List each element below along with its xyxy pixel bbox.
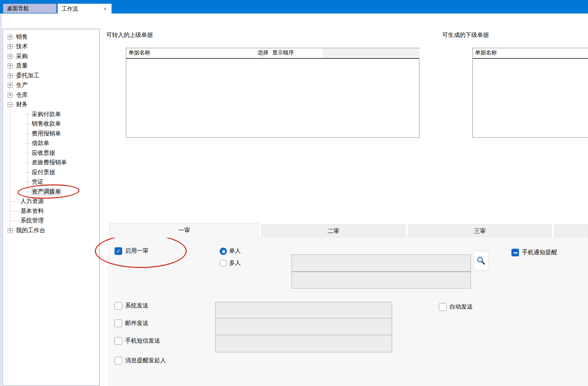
generated-docs-table[interactable]: 单据名称 [472, 48, 588, 138]
header-filler [322, 48, 419, 58]
expand-icon[interactable]: + [8, 64, 12, 68]
tree-connector [11, 201, 19, 202]
tree-connector [12, 56, 15, 57]
tab-second-audit[interactable]: 二审 [261, 224, 406, 238]
tree-item-label: 借款单 [31, 139, 50, 148]
col-select: 选择 [258, 49, 268, 56]
tree-connector [25, 172, 31, 173]
notify-initiator-label: 消息提醒发起人 [125, 357, 166, 364]
phone-notify-checkbox[interactable] [511, 249, 519, 256]
auto-send-row: 自动发送 [439, 303, 473, 311]
tree-item[interactable]: 基本资料 [3, 206, 99, 216]
email-send-checkbox[interactable] [115, 320, 122, 327]
col-doc-name: 单据名称 [475, 49, 497, 56]
single-person-row: 单人 [220, 247, 241, 255]
sms-send-row: 手机短信发送 [115, 337, 160, 345]
system-send-field[interactable] [215, 302, 392, 318]
tree-item-label: 费用报销单 [31, 130, 62, 138]
tree-item[interactable]: +我的工作台 [3, 226, 99, 236]
tree-item-label: 基本资料 [19, 207, 45, 215]
sms-send-checkbox[interactable] [115, 337, 122, 345]
tab-desktop-nav-label: 桌面导航 [7, 5, 29, 12]
search-button[interactable] [473, 251, 489, 271]
col-doc-name: 单据名称 [128, 49, 150, 56]
tree-item[interactable]: −财务 [3, 100, 99, 110]
tree-item-label: 委托加工 [15, 72, 40, 80]
annotation-ellipse-enable [95, 234, 187, 268]
tree-item[interactable]: +销售 [3, 32, 99, 42]
upper-table-header: 单据名称 选择 显示顺序 [126, 48, 419, 58]
tree-connector [25, 182, 31, 182]
tree-connector [12, 85, 15, 85]
expand-icon[interactable]: + [8, 93, 12, 98]
notify-initiator-row: 消息提醒发起人 [115, 357, 166, 364]
phone-notify-label: 手机通知提醒 [522, 249, 557, 256]
tree-connector [25, 134, 31, 134]
tree-item[interactable]: 采购付款单 [3, 110, 99, 119]
tree-item-label: 仓库 [15, 91, 29, 99]
tree-item[interactable]: 费用报销单 [3, 129, 99, 139]
tab-second-audit-label: 二审 [328, 228, 339, 235]
system-send-row: 系统发送 [115, 302, 148, 310]
tab-first-audit[interactable]: 一审 [109, 223, 259, 238]
tree-connector [12, 230, 15, 231]
tab-first-audit-label: 一审 [178, 227, 190, 234]
tree-item[interactable]: +委托加工 [3, 71, 99, 81]
close-icon[interactable]: × [102, 6, 108, 12]
assignee-field-secondary[interactable] [291, 272, 471, 288]
collapse-icon[interactable]: − [8, 102, 12, 107]
assignee-field[interactable] [291, 255, 471, 272]
module-tree[interactable]: +销售+技术+采购+质量+委托加工+生产+仓库−财务采购付款单销售收款单费用报销… [3, 29, 100, 386]
tree-item[interactable]: +采购 [3, 51, 99, 61]
tree-item-label: 技术 [15, 42, 29, 51]
system-send-label: 系统发送 [125, 302, 148, 310]
tree-item-label: 系统管理 [19, 217, 45, 225]
tab-third-audit[interactable]: 三审 [408, 224, 552, 238]
tree-item[interactable]: +生产 [3, 81, 99, 91]
tree-item[interactable]: 应收票据 [3, 148, 99, 158]
tree-item[interactable]: +质量 [3, 61, 99, 71]
expand-icon[interactable]: + [8, 54, 12, 59]
single-person-radio[interactable] [220, 248, 227, 255]
auto-send-checkbox[interactable] [439, 303, 446, 311]
tab-workflow[interactable]: 工作流 × [58, 4, 112, 14]
tree-item[interactable]: 差旅费报销单 [3, 158, 99, 168]
tree-connector [25, 114, 31, 115]
tree-item[interactable]: 借款单 [3, 139, 99, 149]
tree-connector [25, 124, 31, 124]
expand-icon[interactable]: + [8, 83, 12, 88]
header-underline [126, 58, 419, 59]
tree-connector [12, 66, 15, 66]
tree-connector [25, 163, 31, 163]
tree-item-label: 应收票据 [31, 149, 56, 157]
tree-connector [12, 37, 15, 37]
system-send-checkbox[interactable] [115, 302, 122, 310]
tree-connector [25, 153, 31, 153]
tree-connector [25, 143, 31, 144]
tab-partial[interactable] [554, 224, 588, 238]
tree-item[interactable]: 销售收款单 [3, 119, 99, 129]
workflow-config-window: 桌面导航 工作流 × +销售+技术+采购+质量+委托加工+生产+仓库−财务采购付… [0, 0, 588, 386]
upper-docs-table[interactable]: 单据名称 选择 显示顺序 [126, 48, 419, 138]
expand-icon[interactable]: + [8, 44, 12, 49]
tree-connector [12, 104, 15, 105]
tree-item-label: 差旅费报销单 [31, 158, 68, 167]
tree-item[interactable]: 系统管理 [3, 216, 99, 226]
email-send-field[interactable] [215, 318, 392, 335]
tree-item[interactable]: 应付票据 [3, 168, 99, 177]
expand-icon[interactable]: + [8, 35, 12, 39]
tab-desktop-nav[interactable]: 桌面导航 [3, 4, 57, 13]
tree-item[interactable]: +仓库 [3, 90, 99, 100]
tree-item[interactable]: +技术 [3, 42, 99, 52]
multi-person-radio[interactable] [220, 260, 227, 267]
tree-item-label: 质量 [15, 62, 29, 70]
notify-initiator-checkbox[interactable] [115, 357, 122, 364]
sms-send-label: 手机短信发送 [125, 337, 160, 345]
tree-connector [12, 46, 15, 47]
upper-table-title: 可转入的上级单据 [106, 31, 153, 39]
sms-send-field[interactable] [215, 335, 392, 352]
email-send-row: 邮件发送 [115, 320, 148, 327]
expand-icon[interactable]: + [8, 73, 12, 78]
tree-item-label: 财务 [15, 100, 29, 109]
expand-icon[interactable]: + [8, 228, 12, 233]
